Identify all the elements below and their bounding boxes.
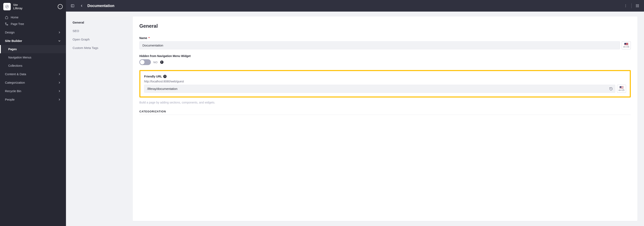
locale-code: en-US bbox=[619, 89, 624, 91]
panel-toggle-icon[interactable] bbox=[69, 3, 76, 9]
nav-section-content-data[interactable]: Content & Data bbox=[0, 70, 66, 78]
svg-point-9 bbox=[626, 7, 626, 7]
help-icon[interactable]: ? bbox=[160, 61, 164, 64]
home-icon bbox=[5, 16, 8, 19]
nav-home[interactable]: Home bbox=[0, 14, 66, 21]
locale-selector[interactable]: en-US bbox=[622, 41, 631, 49]
chevron-right-icon bbox=[58, 98, 61, 101]
svg-point-8 bbox=[626, 6, 626, 6]
svg-rect-15 bbox=[638, 6, 639, 6]
page-title: Documentation bbox=[88, 4, 620, 8]
required-indicator: * bbox=[148, 36, 150, 40]
topbar: Documentation bbox=[66, 0, 644, 12]
friendly-url-base: http://localhost:8080/web/guest bbox=[144, 80, 626, 83]
subnav-seo[interactable]: SEO bbox=[72, 27, 126, 35]
compass-icon[interactable] bbox=[58, 4, 63, 9]
nav-section-design[interactable]: Design bbox=[0, 28, 66, 37]
sidebar: Site Liferay Home Page Tree Design Site … bbox=[0, 0, 66, 226]
site-label: Site bbox=[13, 3, 55, 7]
toggle-state-label: NO bbox=[153, 61, 158, 64]
chevron-right-icon bbox=[58, 72, 61, 76]
locale-selector[interactable]: en-US bbox=[617, 85, 626, 93]
chevron-right-icon bbox=[58, 81, 61, 84]
general-panel: General Name * en-US Hidd bbox=[133, 17, 638, 221]
friendly-url-highlight: Friendly URL ? http://localhost:8080/web… bbox=[139, 70, 631, 97]
help-icon[interactable]: ? bbox=[163, 75, 166, 78]
nav-item-navigation-menus[interactable]: Navigation Menus bbox=[0, 53, 66, 62]
nav-page-tree[interactable]: Page Tree bbox=[0, 21, 66, 27]
subnav-open-graph[interactable]: Open Graph bbox=[72, 35, 126, 44]
site-logo[interactable] bbox=[3, 3, 11, 10]
page-tree-icon bbox=[5, 22, 8, 26]
kebab-menu-icon[interactable] bbox=[622, 3, 629, 9]
subnav-custom-meta[interactable]: Custom Meta Tags bbox=[72, 44, 126, 52]
svg-rect-4 bbox=[7, 24, 8, 25]
chevron-right-icon bbox=[58, 31, 61, 34]
nav-section-site-builder[interactable]: Site Builder bbox=[0, 37, 66, 45]
flag-us-icon bbox=[624, 43, 628, 45]
friendly-url-input[interactable] bbox=[144, 85, 615, 93]
nav-page-tree-label: Page Tree bbox=[11, 22, 24, 26]
svg-marker-2 bbox=[60, 6, 60, 7]
apps-grid-icon[interactable] bbox=[634, 3, 641, 9]
subnav-general[interactable]: General bbox=[72, 18, 126, 27]
topbar-divider bbox=[632, 3, 632, 8]
flag-us-icon bbox=[620, 86, 624, 89]
nav-item-pages[interactable]: Pages bbox=[0, 45, 66, 53]
svg-rect-5 bbox=[71, 5, 74, 7]
hidden-toggle[interactable] bbox=[139, 59, 151, 65]
svg-rect-11 bbox=[637, 4, 638, 5]
name-input[interactable] bbox=[139, 41, 620, 49]
svg-marker-1 bbox=[6, 6, 8, 7]
site-header: Site Liferay bbox=[0, 0, 66, 13]
svg-rect-13 bbox=[636, 6, 636, 6]
history-icon[interactable] bbox=[609, 87, 613, 91]
svg-rect-14 bbox=[637, 6, 638, 6]
svg-rect-12 bbox=[638, 4, 639, 5]
svg-rect-3 bbox=[5, 23, 6, 24]
svg-point-7 bbox=[626, 5, 626, 5]
nav-section-recycle-bin[interactable]: Recycle Bin bbox=[0, 87, 66, 95]
locale-code: en-US bbox=[624, 46, 629, 48]
categorization-header: CATEGORIZATION bbox=[139, 110, 631, 115]
nav-section-people[interactable]: People bbox=[0, 95, 66, 104]
nav-section-categorization[interactable]: Categorization bbox=[0, 78, 66, 87]
svg-rect-10 bbox=[636, 4, 636, 5]
back-button[interactable] bbox=[78, 3, 85, 9]
settings-subnav: General SEO Open Graph Custom Meta Tags bbox=[72, 17, 126, 221]
friendly-url-label: Friendly URL ? bbox=[144, 75, 626, 78]
chevron-down-icon bbox=[58, 39, 61, 43]
svg-rect-16 bbox=[636, 7, 636, 7]
nav-item-collections[interactable]: Collections bbox=[0, 62, 66, 70]
hidden-label: Hidden from Navigation Menu Widget bbox=[139, 54, 631, 58]
svg-rect-18 bbox=[638, 7, 639, 7]
nav-home-label: Home bbox=[11, 16, 18, 19]
panel-heading: General bbox=[139, 23, 631, 29]
site-name: Liferay bbox=[13, 7, 55, 10]
hint-text: Build a page by adding sections, compone… bbox=[139, 101, 631, 104]
svg-rect-17 bbox=[637, 7, 638, 7]
chevron-right-icon bbox=[58, 89, 61, 93]
name-label: Name * bbox=[139, 36, 631, 40]
